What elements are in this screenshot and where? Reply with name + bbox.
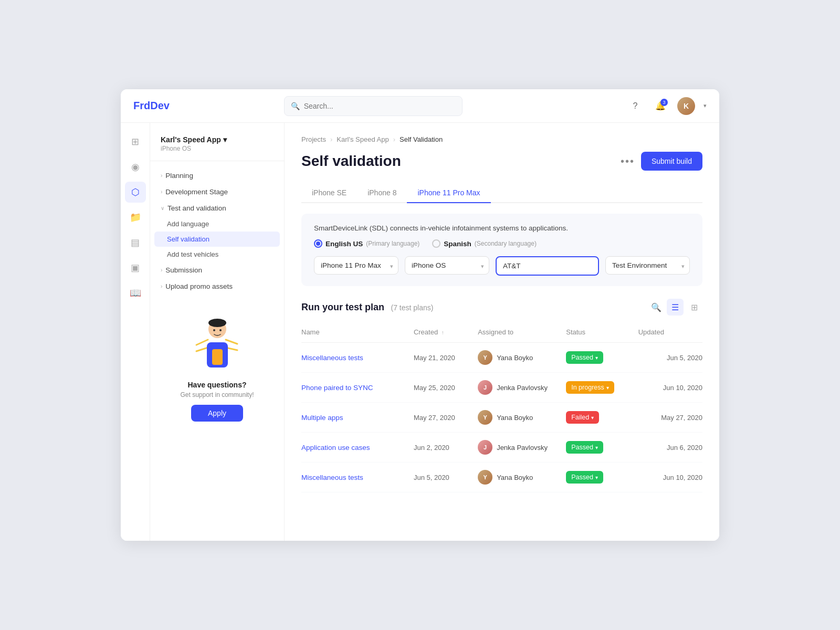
sidebar-item-planning-label: Planning (165, 172, 193, 180)
section-header: Run your test plan (7 test plans) 🔍 ☰ ⊞ (301, 299, 702, 316)
apply-button[interactable]: Apply (191, 405, 243, 422)
search-input[interactable] (304, 102, 456, 110)
radio-english[interactable] (314, 239, 322, 248)
help-icon: ? (633, 101, 638, 111)
sidebar-item-submission-label: Submission (165, 266, 202, 274)
tabs: iPhone SE iPhone 8 iPhone 11 Pro Max (301, 183, 702, 203)
sidebar-sub-self-validation[interactable]: Self validation (154, 232, 280, 247)
table-row: Miscellaneous tests May 21, 2020 Y Yana … (301, 343, 702, 373)
content-area: Projects › Karl's Speed App › Self Valid… (285, 123, 719, 541)
sidebar-sub-add-test-vehicles[interactable]: Add test vehicles (150, 247, 284, 262)
test-created-date: May 21, 2020 (414, 354, 455, 362)
test-status-cell: Failed ▾ (566, 403, 638, 433)
info-box: SmartDeviceLink (SDL) connects in-vehicl… (301, 214, 702, 286)
status-badge[interactable]: Passed ▾ (566, 441, 603, 454)
test-status-cell: Passed ▾ (566, 343, 638, 373)
col-header-status: Status (566, 324, 638, 343)
search-icon: 🔍 (291, 102, 300, 110)
icon-bar-dashboard[interactable]: ⊞ (125, 131, 146, 152)
col-header-created[interactable]: Created ↑ (414, 324, 478, 343)
avatar[interactable]: K (677, 97, 695, 115)
test-created-date: May 27, 2020 (414, 414, 455, 422)
os-wrapper: iPhone OS ▾ (405, 256, 489, 276)
info-description: SmartDeviceLink (SDL) connects in-vehicl… (314, 224, 690, 232)
radio-spanish[interactable] (432, 239, 440, 248)
table-search-button[interactable]: 🔍 (648, 299, 665, 316)
test-created-cell: May 27, 2020 (414, 403, 478, 433)
status-badge[interactable]: Failed ▾ (566, 411, 599, 424)
icon-bar-table[interactable]: ▤ (125, 232, 146, 253)
icon-bar-compass[interactable]: ◉ (125, 156, 146, 177)
test-updated-date: May 27, 2020 (661, 414, 702, 422)
table-row: Miscellaneous tests Jun 5, 2020 Y Yana B… (301, 463, 702, 492)
submit-build-button[interactable]: Submit build (641, 152, 702, 171)
sidebar-item-upload-promo[interactable]: › Upload promo assets (150, 278, 284, 295)
grid-view-button[interactable]: ⊞ (686, 299, 702, 316)
carrier-input[interactable] (496, 256, 599, 276)
svg-line-0 (196, 340, 208, 345)
svg-point-5 (208, 319, 226, 327)
logo: FrdDev (133, 100, 202, 112)
environment-select[interactable]: Test Environment (605, 256, 690, 275)
test-name-link[interactable]: Application use cases (301, 444, 370, 452)
test-name-link[interactable]: Multiple apps (301, 414, 343, 422)
sidebar-item-submission[interactable]: › Submission (150, 262, 284, 278)
sidebar-item-planning[interactable]: › Planning (150, 167, 284, 184)
status-badge-chevron-icon: ▾ (595, 445, 598, 450)
sidebar-item-development[interactable]: › Development Stage (150, 184, 284, 200)
svg-line-1 (196, 348, 208, 351)
test-updated-cell: Jun 10, 2020 (638, 463, 702, 492)
icon-bar-image[interactable]: ▣ (125, 257, 146, 278)
lang-spanish-type: (Secondary language) (475, 240, 537, 247)
os-select[interactable]: iPhone OS (405, 256, 489, 275)
sidebar-item-test-validation[interactable]: ∨ Test and validation (150, 200, 284, 216)
more-options-button[interactable]: ••• (621, 155, 635, 167)
status-badge[interactable]: In progress ▾ (566, 381, 614, 394)
chevron-down-icon: ∨ (161, 205, 164, 211)
chevron-right-icon: › (161, 267, 162, 273)
help-button[interactable]: ? (627, 98, 644, 114)
app-window: FrdDev 🔍 ? 🔔 3 K ▾ ⊞ ◉ ⬡ 📁 ▤ ▣ 📖 (121, 89, 719, 541)
project-name-label: Karl's Speed App (161, 135, 221, 144)
view-buttons: 🔍 ☰ ⊞ (648, 299, 702, 316)
tab-iphone-se[interactable]: iPhone SE (301, 183, 357, 203)
tab-iphone-11-pro-max[interactable]: iPhone 11 Pro Max (407, 183, 490, 203)
radio-dot-english (316, 242, 320, 246)
sidebar-sub-add-language[interactable]: Add language (150, 216, 284, 232)
language-option-english[interactable]: English US (Primary language) (314, 239, 419, 248)
assigned-user: J Jenka Pavlovsky (478, 440, 566, 455)
language-option-spanish[interactable]: Spanish (Secondary language) (432, 239, 537, 248)
test-updated-date: Jun 10, 2020 (663, 474, 702, 481)
test-name-link[interactable]: Phone paired to SYNC (301, 384, 373, 392)
avatar-chevron-icon[interactable]: ▾ (704, 102, 707, 109)
status-badge[interactable]: Passed ▾ (566, 351, 603, 364)
svg-point-9 (219, 329, 222, 331)
breadcrumb-projects[interactable]: Projects (301, 135, 326, 143)
test-name-link[interactable]: Miscellaneous tests (301, 474, 363, 481)
test-status-cell: In progress ▾ (566, 373, 638, 403)
user-avatar: Y (478, 470, 492, 485)
status-badge[interactable]: Passed ▾ (566, 471, 603, 484)
icon-bar-box[interactable]: ⬡ (125, 182, 146, 203)
sidebar-nav: › Planning › Development Stage ∨ Test an… (150, 161, 284, 301)
lang-english-name: English US (326, 240, 363, 248)
test-assigned-cell: Y Yana Boyko (478, 343, 566, 373)
vehicle-model-select[interactable]: iPhone 11 Pro Max (314, 256, 398, 275)
test-name-link[interactable]: Miscellaneous tests (301, 354, 363, 362)
selects-row: iPhone 11 Pro Max ▾ iPhone OS ▾ Test Env… (314, 256, 690, 276)
icon-bar-folder[interactable]: 📁 (125, 207, 146, 228)
notifications-button[interactable]: 🔔 3 (652, 98, 669, 114)
list-view-button[interactable]: ☰ (667, 299, 684, 316)
user-name-label: Jenka Pavlovsky (497, 384, 548, 392)
test-updated-cell: Jun 6, 2020 (638, 433, 702, 463)
project-name-button[interactable]: Karl's Speed App ▾ (161, 135, 274, 144)
col-header-assigned: Assigned to (478, 324, 566, 343)
tab-iphone-8[interactable]: iPhone 8 (357, 183, 407, 203)
breadcrumb-app[interactable]: Karl's Speed App (337, 135, 388, 143)
breadcrumb-current: Self Validation (400, 135, 443, 143)
search-bar[interactable]: 🔍 (284, 96, 463, 116)
test-updated-cell: Jun 10, 2020 (638, 373, 702, 403)
test-updated-cell: May 27, 2020 (638, 403, 702, 433)
icon-bar-book[interactable]: 📖 (125, 282, 146, 303)
lang-english-type: (Primary language) (366, 240, 419, 247)
